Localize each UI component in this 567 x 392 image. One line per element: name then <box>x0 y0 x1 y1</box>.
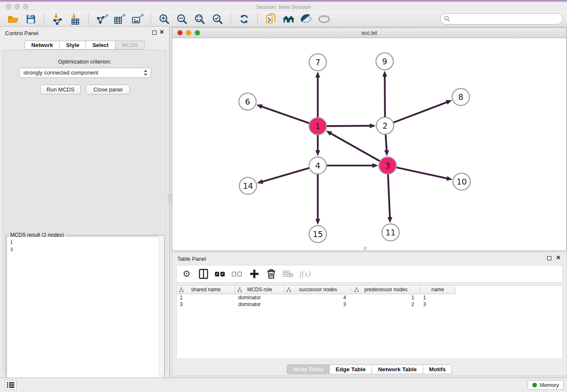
tab-motifs[interactable]: Motifs <box>423 364 452 374</box>
run-mcds-button[interactable]: Run MCDS <box>40 85 81 94</box>
select-all-columns-icon[interactable]: ✓✓ <box>215 268 226 280</box>
toolbar-separator <box>88 13 89 25</box>
search-input[interactable] <box>440 13 563 25</box>
titlebar: Session: New Session <box>0 2 567 11</box>
zoom-out-icon[interactable] <box>175 13 189 25</box>
graph-arrowhead <box>315 72 320 77</box>
add-column-icon[interactable] <box>249 268 260 280</box>
column-header-shared-name[interactable]: shared name <box>177 286 235 294</box>
graph-edge-4-14[interactable] <box>262 168 310 182</box>
unselect-all-columns-icon[interactable] <box>232 268 243 280</box>
hide-graphics-details-icon[interactable] <box>300 13 313 25</box>
graph-edge-3-1[interactable] <box>330 133 380 161</box>
delete-column-icon[interactable] <box>266 268 277 280</box>
tab-style[interactable]: Style <box>60 41 86 50</box>
attribute-tree-icon <box>354 287 359 292</box>
tab-network[interactable]: Network <box>25 41 60 50</box>
graph-edge-3-11[interactable] <box>388 174 390 218</box>
mcds-result-fieldset: MCDS result (2 nodes) 1 3 <box>6 235 165 392</box>
refresh-view-icon[interactable] <box>237 13 251 25</box>
close-panel-icon[interactable]: ✕ <box>160 29 164 36</box>
graph-node-label-11: 11 <box>385 228 396 237</box>
graph-node-label-3: 3 <box>385 161 390 170</box>
import-table-icon[interactable] <box>69 13 82 25</box>
mcds-result-text[interactable]: 1 3 <box>7 237 163 392</box>
duplicate-network-icon[interactable] <box>264 13 278 25</box>
graph-edge-1-2[interactable] <box>326 126 371 126</box>
control-panel: Control Panel ✕ Network Style Select MCD… <box>0 27 170 378</box>
graph-arrowhead <box>383 71 387 77</box>
table-row[interactable]: 1 dominator 4 1 1 <box>177 294 562 301</box>
graph-arrowhead <box>315 219 320 225</box>
task-history-button[interactable] <box>5 380 17 390</box>
graph-arrowhead <box>372 163 378 168</box>
save-session-icon[interactable] <box>24 13 38 25</box>
toolbar-separator <box>257 13 258 25</box>
home-view-icon[interactable] <box>282 13 295 25</box>
tab-node-table[interactable]: Node Table <box>287 364 330 374</box>
panel-splitter-handle[interactable] <box>168 194 171 203</box>
show-columns-icon[interactable] <box>198 268 209 280</box>
criterion-select[interactable]: strongly connected component <box>19 68 151 78</box>
criterion-value: strongly connected component <box>23 69 98 76</box>
column-header-mcds-role[interactable]: MCDS role <box>235 286 284 294</box>
graph-node-label-1: 1 <box>315 121 320 131</box>
export-image-icon[interactable] <box>131 13 144 25</box>
table-panel-title: Table Panel <box>177 256 206 262</box>
show-hide-eye-icon[interactable] <box>317 13 331 25</box>
memory-button[interactable]: Memory <box>528 380 564 390</box>
graph-edge-2-3[interactable] <box>385 134 387 151</box>
tab-network-table[interactable]: Network Table <box>372 364 423 374</box>
export-network-icon[interactable] <box>95 13 109 25</box>
close-table-panel-icon[interactable]: ✕ <box>556 254 561 261</box>
mcds-result-scrollbar[interactable] <box>159 235 164 392</box>
control-panel-tabs: Network Style Select MCDS <box>0 41 169 50</box>
graph-edge-2-9[interactable] <box>385 76 385 117</box>
graph-node-label-6: 6 <box>245 97 250 106</box>
zoom-selected-icon[interactable] <box>211 13 224 25</box>
graph-node-label-14: 14 <box>243 181 253 190</box>
application-window: Session: New Session <box>0 0 567 392</box>
network-canvas-wrap: 7968124314101511 <box>172 39 566 252</box>
attribute-tree-icon <box>237 287 242 292</box>
tab-select[interactable]: Select <box>86 41 115 50</box>
column-header-predecessor-nodes[interactable]: predecessor nodes <box>352 286 420 294</box>
network-view-title: scc.txt <box>172 30 566 36</box>
network-canvas[interactable]: 7968124314101511 <box>172 39 566 251</box>
graph-node-label-7: 7 <box>315 58 320 67</box>
tab-mcds[interactable]: MCDS <box>116 41 145 50</box>
graph-arrowhead <box>256 105 263 109</box>
float-table-panel-icon[interactable] <box>547 256 551 260</box>
column-header-name[interactable]: name <box>420 286 456 294</box>
graph-node-label-10: 10 <box>457 177 467 186</box>
table-settings-gear-icon[interactable]: ⚙ <box>181 268 192 280</box>
tab-edge-table[interactable]: Edge Table <box>330 364 372 374</box>
status-bar: Memory <box>0 378 567 392</box>
zoom-in-icon[interactable] <box>157 13 171 25</box>
main-toolbar <box>0 11 567 27</box>
import-network-icon[interactable] <box>51 13 64 25</box>
graph-edge-3-10[interactable] <box>396 167 448 179</box>
table-row[interactable]: 3 dominator 3 2 3 <box>177 301 562 308</box>
node-table: shared name MCDS role successor nodes pr… <box>176 285 563 358</box>
close-panel-button[interactable]: Close panel <box>86 85 130 94</box>
zoom-fit-icon[interactable] <box>193 13 206 25</box>
float-panel-icon[interactable] <box>152 30 157 35</box>
graph-arrowhead <box>370 124 376 128</box>
toolbar-separator <box>151 13 151 25</box>
function-builder-icon-disabled: f(x) <box>300 268 311 280</box>
export-table-icon[interactable] <box>113 13 127 25</box>
graph-edge-2-8[interactable] <box>393 102 448 123</box>
memory-status-icon <box>532 383 537 387</box>
open-session-icon[interactable] <box>6 13 20 25</box>
control-panel-title: Control Panel <box>5 30 39 36</box>
column-header-successor-nodes[interactable]: successor nodes <box>284 286 352 294</box>
graph-arrowhead <box>446 100 452 105</box>
table-panel-tabs: Node Table Edge Table Network Table Moti… <box>172 364 567 374</box>
view-resize-handle[interactable] <box>363 247 367 250</box>
graph-arrowhead <box>446 176 453 181</box>
graph-edge-1-6[interactable] <box>261 106 310 123</box>
network-window-titlebar[interactable]: ✕ − + scc.txt <box>172 28 566 38</box>
search-icon <box>444 16 450 22</box>
table-toolbar: ⚙ ✓✓ f(x) <box>176 265 563 283</box>
